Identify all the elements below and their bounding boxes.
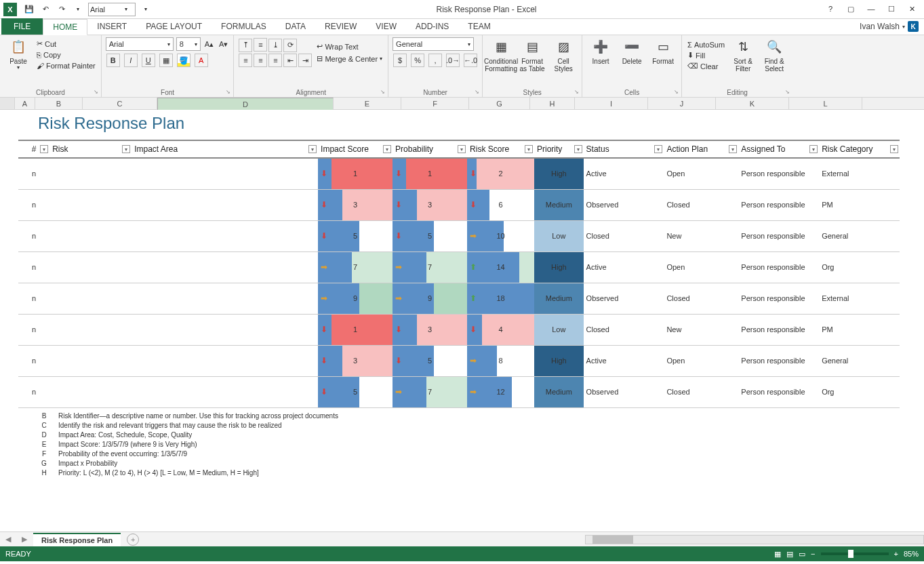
sheet-nav-prev[interactable]: ◀: [0, 535, 16, 544]
decrease-font-icon[interactable]: A▾: [218, 39, 229, 49]
tab-insert[interactable]: INSERT: [87, 18, 136, 35]
sort-filter-button[interactable]: ⇅Sort & Filter: [729, 37, 757, 74]
tab-add-ins[interactable]: ADD-INS: [406, 18, 458, 35]
cell-impact-score[interactable]: ⬇1: [318, 314, 393, 345]
currency-icon[interactable]: $: [393, 54, 407, 67]
cell-risk-category[interactable]: Org: [819, 376, 900, 407]
table-row[interactable]: n⬇5⬇5➡10LowClosedNewPerson responsibleGe…: [18, 220, 900, 251]
table-row[interactable]: n➡7➡7⬆14HighActiveOpenPerson responsible…: [18, 251, 900, 283]
cell-n[interactable]: n: [18, 376, 49, 407]
indent-inc-icon[interactable]: ⇥: [298, 54, 312, 67]
qat-dropdown-icon[interactable]: ▾: [72, 3, 84, 16]
redo-icon[interactable]: ↷: [56, 3, 68, 16]
cell-risk-score[interactable]: ⬇6: [467, 189, 534, 220]
tab-page-layout[interactable]: PAGE LAYOUT: [136, 18, 212, 35]
autosum-button[interactable]: ΣAutoSum: [686, 40, 726, 49]
filter-icon[interactable]: ▾: [654, 145, 662, 153]
view-normal-icon[interactable]: ▦: [774, 550, 781, 559]
col-header-E[interactable]: E: [334, 98, 401, 109]
cell-risk-score[interactable]: ⬆18: [467, 283, 534, 314]
col-header-F[interactable]: F: [401, 98, 469, 109]
cell-impact-score[interactable]: ⬇1: [318, 158, 393, 189]
filter-icon[interactable]: ▾: [729, 145, 737, 153]
cell-action-plan[interactable]: Open: [664, 251, 738, 283]
undo-icon[interactable]: ↶: [39, 3, 52, 16]
cell-priority[interactable]: Low: [534, 314, 584, 345]
table-row[interactable]: n⬇3⬇3⬇6MediumObservedClosedPerson respon…: [18, 189, 900, 220]
underline-button[interactable]: U: [142, 54, 155, 67]
minimize-icon[interactable]: —: [864, 5, 878, 14]
cell-n[interactable]: n: [18, 345, 49, 376]
cell-priority[interactable]: Low: [534, 220, 584, 251]
cell-risk[interactable]: [49, 158, 132, 189]
save-icon[interactable]: 💾: [23, 3, 35, 16]
col-header-B[interactable]: B: [35, 98, 83, 109]
cell-risk[interactable]: [49, 283, 132, 314]
cell-assigned-to[interactable]: Person responsible: [738, 283, 819, 314]
cell-action-plan[interactable]: Open: [664, 345, 738, 376]
zoom-level[interactable]: 85%: [904, 550, 919, 558]
cell-probability[interactable]: ⬇3: [393, 189, 467, 220]
cell-impact-area[interactable]: [132, 220, 318, 251]
qat-more-icon[interactable]: ▾: [140, 3, 152, 16]
close-icon[interactable]: ✕: [905, 5, 919, 14]
cell-probability[interactable]: ➡7: [393, 376, 467, 407]
align-left-icon[interactable]: ≡: [239, 54, 252, 67]
increase-decimal-icon[interactable]: .0→: [446, 54, 460, 67]
cell-assigned-to[interactable]: Person responsible: [738, 220, 819, 251]
cell-status[interactable]: Observed: [584, 189, 664, 220]
wrap-text-button[interactable]: ↩Wrap Text: [315, 41, 384, 52]
col-header-A[interactable]: A: [15, 98, 35, 109]
cell-action-plan[interactable]: Closed: [664, 189, 738, 220]
cell-status[interactable]: Observed: [584, 376, 664, 407]
filter-icon[interactable]: ▾: [525, 145, 533, 153]
copy-button[interactable]: ⎘Copy: [35, 50, 97, 60]
tab-file[interactable]: FILE: [1, 18, 43, 35]
cell-assigned-to[interactable]: Person responsible: [738, 345, 819, 376]
cell-risk-score[interactable]: ⬇2: [467, 158, 534, 189]
zoom-out-icon[interactable]: −: [811, 550, 815, 558]
comma-icon[interactable]: ,: [428, 54, 442, 67]
table-row[interactable]: n⬇1⬇3⬇4LowClosedNewPerson responsiblePM: [18, 314, 900, 345]
filter-icon[interactable]: ▾: [40, 145, 48, 153]
view-break-icon[interactable]: ▭: [799, 550, 805, 559]
cell-risk[interactable]: [49, 251, 132, 283]
filter-icon[interactable]: ▾: [890, 145, 898, 153]
cell-risk[interactable]: [49, 220, 132, 251]
sheet-tab-active[interactable]: Risk Response Plan: [33, 533, 121, 546]
cell-impact-score[interactable]: ➡9: [318, 283, 393, 314]
col-header-C[interactable]: C: [83, 98, 157, 109]
maximize-icon[interactable]: ☐: [885, 5, 898, 14]
cell-risk-category[interactable]: External: [819, 158, 900, 189]
cell-assigned-to[interactable]: Person responsible: [738, 251, 819, 283]
ribbon-options-icon[interactable]: ▢: [844, 5, 858, 14]
align-bottom-icon[interactable]: ⤓: [268, 39, 282, 52]
cell-status[interactable]: Active: [584, 158, 664, 189]
percent-icon[interactable]: %: [411, 54, 424, 67]
cell-assigned-to[interactable]: Person responsible: [738, 376, 819, 407]
decrease-decimal-icon[interactable]: ←.0: [464, 54, 477, 67]
align-right-icon[interactable]: ≡: [268, 54, 282, 67]
cell-impact-score[interactable]: ➡7: [318, 251, 393, 283]
cell-action-plan[interactable]: Closed: [664, 283, 738, 314]
format-painter-button[interactable]: 🖌Format Painter: [35, 61, 97, 70]
cell-impact-score[interactable]: ⬇5: [318, 376, 393, 407]
cell-probability[interactable]: ⬇3: [393, 314, 467, 345]
cell-impact-score[interactable]: ⬇3: [318, 189, 393, 220]
cell-action-plan[interactable]: Closed: [664, 376, 738, 407]
col-header-J[interactable]: J: [648, 98, 716, 109]
filter-icon[interactable]: ▾: [458, 145, 466, 153]
indent-dec-icon[interactable]: ⇤: [283, 54, 297, 67]
zoom-slider[interactable]: [821, 552, 889, 555]
col-header-D[interactable]: D: [157, 98, 334, 111]
cell-assigned-to[interactable]: Person responsible: [738, 314, 819, 345]
sheet-nav-next[interactable]: ▶: [16, 535, 33, 544]
cell-n[interactable]: n: [18, 158, 49, 189]
insert-button[interactable]: ➕Insert: [586, 37, 615, 66]
filter-icon[interactable]: ▾: [574, 145, 582, 153]
cell-n[interactable]: n: [18, 314, 49, 345]
filter-icon[interactable]: ▾: [809, 145, 818, 153]
orientation-icon[interactable]: ⟳: [283, 39, 297, 52]
cell-status[interactable]: Closed: [584, 314, 664, 345]
font-name-selector[interactable]: Arial▾: [106, 37, 174, 51]
